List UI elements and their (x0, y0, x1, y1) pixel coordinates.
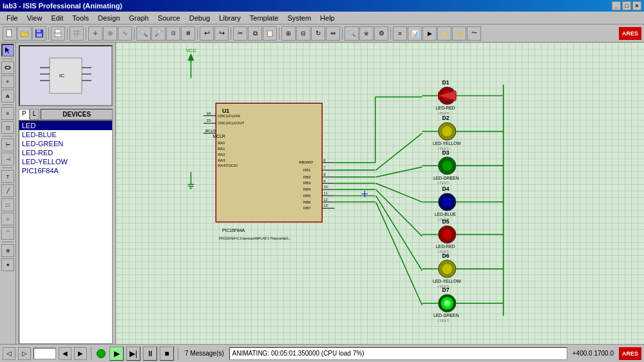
undo-button[interactable]: ↩ (200, 26, 214, 41)
play-button[interactable]: ▶ (109, 347, 124, 361)
zoom-fit-button[interactable]: ⊡ (166, 26, 180, 41)
box-tool[interactable]: □ (1, 198, 14, 211)
device-led-green[interactable]: LED-GREEN (19, 139, 112, 148)
canvas-area[interactable]: VCC U1 16 OSC1/CLKIN 15 OSC2/CLKOUT (116, 43, 644, 344)
minimize-button[interactable]: _ (612, 1, 621, 10)
zoom-out-button[interactable]: 🔎 (151, 26, 166, 41)
tab-p[interactable]: P (19, 109, 30, 120)
ares-logo-btn[interactable]: ARES (619, 27, 641, 40)
copy-button[interactable]: ⧉ (248, 26, 262, 41)
coordinates-display: +400.0 1700.0 (570, 350, 616, 357)
stop-button[interactable]: ■ (160, 347, 174, 361)
bus-tool[interactable]: ≡ (1, 107, 14, 120)
rotate-button[interactable]: ↻ (311, 26, 325, 41)
measure-button[interactable]: 📏 (452, 26, 466, 41)
sep1 (48, 27, 49, 40)
oscilloscope-button[interactable]: 〜 (467, 26, 481, 41)
menu-tools[interactable]: Tools (68, 12, 93, 24)
svg-text:12: 12 (323, 198, 327, 202)
menu-debug[interactable]: Debug (185, 12, 214, 24)
device-led[interactable]: LED (19, 121, 112, 130)
line-tool[interactable]: ╱ (1, 184, 14, 197)
svg-text:LED-BLUE: LED-BLUE (435, 212, 457, 216)
step-play-button[interactable]: ▶| (126, 347, 140, 361)
grid-button[interactable] (70, 26, 84, 41)
svg-text:PIC16F84A: PIC16F84A (222, 228, 245, 233)
svg-rect-6 (55, 35, 61, 36)
menu-library[interactable]: Library (215, 12, 245, 24)
device-led-red[interactable]: LED-RED (19, 148, 112, 157)
ares-logo-status[interactable]: ARES (619, 347, 641, 360)
svg-text:D2: D2 (442, 115, 450, 121)
bom-button[interactable]: 📊 (408, 26, 422, 41)
menu-help[interactable]: Help (316, 12, 339, 24)
menu-system[interactable]: System (283, 12, 315, 24)
tab-l[interactable]: L (30, 109, 40, 120)
open-button[interactable] (17, 26, 32, 41)
print-button[interactable] (51, 26, 65, 41)
svg-point-105 (442, 161, 453, 171)
annotate-button[interactable]: ※ (359, 26, 374, 41)
power-button[interactable]: ⚡ (437, 26, 451, 41)
mirror-button[interactable]: ⇔ (326, 26, 340, 41)
save-button[interactable] (32, 26, 46, 41)
block-copy-button[interactable]: ⊞ (281, 26, 296, 41)
device-led-yellow[interactable]: LED-YELLOW (19, 157, 112, 166)
circle-tool[interactable]: ○ (1, 213, 14, 225)
step-back-button[interactable]: ◀ (59, 347, 71, 360)
svg-point-126 (442, 264, 453, 274)
new-button[interactable] (3, 26, 17, 41)
pause-button[interactable]: ⏸ (143, 347, 157, 361)
probe-button[interactable]: ⊕ (103, 26, 117, 41)
terminal-tool[interactable]: ⊢ (1, 138, 14, 151)
text-tool[interactable]: T (1, 170, 14, 183)
paste-button[interactable]: 📋 (263, 26, 277, 41)
svg-line-84 (376, 196, 422, 271)
undo-forward-button[interactable]: ▷ (18, 347, 31, 360)
maximize-button[interactable]: □ (622, 1, 631, 10)
step-forward-button[interactable]: ▶ (74, 347, 87, 360)
svg-text:11: 11 (323, 191, 327, 195)
svg-rect-14 (50, 58, 82, 93)
menu-template[interactable]: Template (246, 12, 283, 24)
menu-file[interactable]: File (3, 12, 22, 24)
svg-text:13: 13 (323, 204, 327, 207)
svg-text:RA1: RA1 (218, 147, 225, 151)
zoom-select-button[interactable]: ⊠ (181, 26, 195, 41)
menu-design[interactable]: Design (94, 12, 124, 24)
arc-tool[interactable]: ⌒ (1, 227, 14, 240)
device-pic16f84a[interactable]: PIC16F84A (19, 166, 112, 175)
subcircuit-tool[interactable]: ⊡ (1, 121, 14, 134)
add-component-button[interactable]: + (88, 26, 102, 41)
undo-level-input[interactable]: 0 (33, 348, 56, 359)
menu-graph[interactable]: Graph (125, 12, 153, 24)
wire-label-tool[interactable]: A (1, 90, 14, 102)
menu-source[interactable]: Source (154, 12, 184, 24)
netlist-button[interactable]: ≡ (393, 26, 407, 41)
properties-button[interactable]: ⚙ (374, 26, 388, 41)
menu-edit[interactable]: Edit (47, 12, 67, 24)
sep5 (197, 27, 198, 40)
select-tool[interactable] (1, 44, 14, 57)
sep6 (231, 27, 231, 40)
menu-view[interactable]: View (23, 12, 46, 24)
junction-tool[interactable]: + (1, 75, 14, 88)
svg-text:RB3: RB3 (303, 181, 310, 185)
zoom-in-button[interactable]: 🔍 (137, 26, 151, 41)
svg-text:MCLR: MCLR (205, 129, 216, 133)
component-tool[interactable] (1, 61, 14, 74)
cut-button[interactable]: ✂ (233, 26, 247, 41)
zoom-100-button[interactable]: 🔍 (345, 26, 359, 41)
preview-content: IC (20, 46, 111, 105)
close-button[interactable]: × (632, 1, 641, 10)
zoom-area-tool[interactable]: ⊕ (1, 244, 14, 257)
redo-button[interactable]: ↪ (214, 26, 229, 41)
device-led-blue[interactable]: LED-BLUE (19, 130, 112, 139)
device-list: LED LED-BLUE LED-GREEN LED-RED LED-YELLO… (19, 120, 113, 344)
block-move-button[interactable]: ⊟ (296, 26, 310, 41)
undo-back-button[interactable]: ◁ (3, 347, 15, 360)
wire-button[interactable]: ∿ (118, 26, 132, 41)
sim-button[interactable]: ▶ (422, 26, 437, 41)
port-tool[interactable]: ⊣ (1, 153, 14, 166)
marker-tool[interactable]: ✦ (1, 258, 14, 271)
